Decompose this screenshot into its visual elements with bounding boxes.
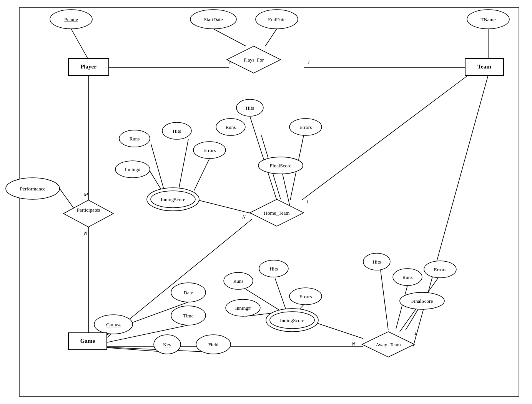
- rel-home-team-label: Home_Team: [264, 210, 290, 216]
- attr-date-label: Date: [184, 290, 193, 295]
- attr-ht-errors-label: Errors: [203, 147, 216, 153]
- rel-away-team-label: Away_Team: [376, 342, 401, 347]
- attr-ht-inning-num-label: Inning#: [125, 167, 141, 172]
- rel-participates-label: Participates: [77, 207, 100, 213]
- svg-line-34: [396, 285, 407, 329]
- attr-time-label: Time: [183, 313, 194, 319]
- attr-enddate-label: EndDate: [268, 17, 286, 22]
- cardinality-away-n: N: [351, 341, 356, 347]
- attr-ht-runs-label: Runs: [130, 136, 140, 142]
- attr-at-hits-label: Hits: [269, 266, 278, 272]
- attr-game-errors-label: Errors: [299, 124, 312, 130]
- attr-field-label: Field: [208, 342, 219, 347]
- attr-startdate-label: StartDate: [204, 17, 223, 22]
- svg-line-33: [381, 270, 388, 330]
- attr-at-inning-num-label: Inning#: [235, 305, 251, 311]
- attr-ht-innings-label: InningScore: [161, 197, 185, 202]
- attr-at2-runs-label: Runs: [402, 274, 413, 280]
- rel-plays-for-label: Plays_For: [244, 57, 264, 63]
- svg-line-8: [60, 189, 74, 209]
- entity-player-label: Player: [80, 63, 96, 70]
- attr-at2-errors-label: Errors: [434, 267, 447, 272]
- attr-at-runs-label: Runs: [233, 278, 244, 284]
- attr-game-hits-label: Hits: [246, 105, 254, 111]
- svg-line-5: [265, 29, 277, 46]
- attr-at2-finalscore-label: FinalScore: [411, 298, 433, 304]
- svg-line-23: [194, 159, 209, 190]
- attr-game-num-label: Game#: [106, 322, 121, 327]
- entity-game-label: Game: [80, 338, 95, 344]
- attr-game-runs-label: Runs: [226, 124, 236, 130]
- svg-line-22: [179, 139, 188, 189]
- cardinality-plays-1: 1: [308, 59, 310, 65]
- attr-at-innings-label: InningScore: [280, 317, 304, 323]
- attr-tname-label: TName: [481, 17, 496, 22]
- svg-line-19: [198, 200, 252, 214]
- attr-performance-label: Performance: [20, 186, 46, 192]
- svg-line-28: [317, 323, 363, 339]
- svg-line-35: [406, 308, 419, 330]
- svg-line-4: [213, 29, 246, 46]
- attr-at-errors-label: Errors: [299, 294, 312, 299]
- attr-key-label: Key: [163, 342, 171, 347]
- cardinality-home-n: N: [242, 214, 246, 220]
- svg-line-30: [275, 278, 286, 311]
- cardinality-participates-m: M: [83, 192, 88, 197]
- entity-team-label: Team: [477, 63, 491, 70]
- svg-line-1: [71, 29, 88, 60]
- attr-game-finalscore-label: FinalScore: [270, 163, 292, 169]
- svg-line-21: [151, 144, 165, 194]
- cardinality-home-1: 1: [306, 199, 309, 204]
- attr-at2-hits-label: Hits: [372, 259, 381, 265]
- attr-pname-label: Pname: [64, 17, 78, 22]
- svg-line-18: [302, 73, 471, 200]
- cardinality-participates-n: N: [83, 230, 88, 236]
- attr-ht-hits-label: Hits: [173, 128, 181, 134]
- cardinality-away-1: 1: [414, 330, 417, 336]
